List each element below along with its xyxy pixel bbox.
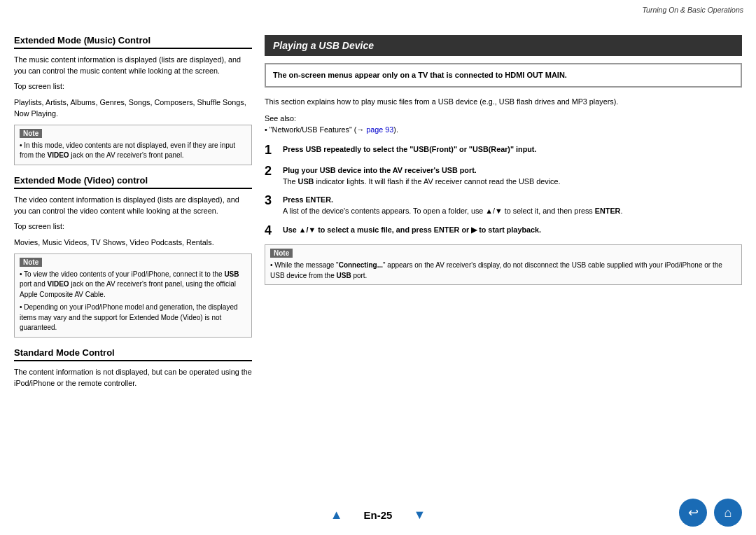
step-4-number: 4	[265, 224, 277, 238]
chapter-title: Turning On & Basic Operations	[642, 6, 743, 14]
section-extended-video-note: Note • To view the video contents of you…	[14, 253, 252, 338]
left-column: Extended Mode (Music) Control The music …	[14, 35, 252, 398]
step-1-content: Press USB repeatedly to select the "USB(…	[283, 144, 742, 155]
right-note-box: Note • While the message "Connecting..."…	[265, 244, 742, 285]
step-2-number: 2	[265, 165, 277, 179]
playing-usb-title: Playing a USB Device	[265, 35, 742, 56]
home-icon: ⌂	[724, 506, 732, 520]
section-extended-music-top-screen-items: Playlists, Artists, Albums, Genres, Song…	[14, 97, 252, 119]
section-extended-music-title: Extended Mode (Music) Control	[14, 35, 252, 49]
section-extended-music: Extended Mode (Music) Control The music …	[14, 35, 252, 165]
next-page-arrow[interactable]: ▼	[413, 508, 426, 522]
right-note-text: • While the message "Connecting..." appe…	[270, 260, 736, 281]
step-2-content: Plug your USB device into the AV receive…	[283, 165, 742, 187]
page-number: En-25	[364, 509, 393, 521]
note-label-2: Note	[20, 258, 42, 267]
step-3-content: Press ENTER. A list of the device's cont…	[283, 194, 742, 216]
section-extended-music-note: Note • In this mode, video contents are …	[14, 125, 252, 165]
hdmi-note-text: The on-screen menus appear only on a TV …	[273, 69, 734, 81]
step-1: 1 Press USB repeatedly to select the "US…	[265, 144, 742, 158]
step-4-content: Use ▲/▼ to select a music file, and pres…	[283, 224, 742, 235]
page-nav: ▲ En-25 ▼	[330, 508, 426, 522]
note-label-1: Note	[20, 129, 42, 138]
footer-buttons: ↩ ⌂	[679, 499, 742, 527]
see-also: See also: • "Network/USB Features" (→ pa…	[265, 113, 742, 135]
section-extended-video-top-screen-label: Top screen list:	[14, 221, 252, 232]
back-button[interactable]: ↩	[679, 499, 707, 527]
section-extended-video-body: The video content information is display…	[14, 194, 252, 216]
step-1-number: 1	[265, 144, 277, 158]
step-4-heading: Use ▲/▼ to select a music file, and pres…	[283, 225, 541, 234]
section-standard-mode: Standard Mode Control The content inform…	[14, 347, 252, 389]
step-3-detail: A list of the device's contents appears.…	[283, 207, 622, 215]
step-2-heading: Plug your USB device into the AV receive…	[283, 166, 477, 174]
section-standard-mode-title: Standard Mode Control	[14, 347, 252, 361]
prev-page-arrow[interactable]: ▲	[330, 508, 343, 522]
back-icon: ↩	[688, 505, 699, 520]
note-text-2b: • Depending on your iPod/iPhone model an…	[20, 303, 246, 333]
step-3-heading: Press ENTER.	[283, 195, 333, 204]
step-3: 3 Press ENTER. A list of the device's co…	[265, 194, 742, 216]
page-link[interactable]: page 93	[366, 125, 393, 134]
section-standard-mode-body: The content information is not displayed…	[14, 366, 252, 389]
step-2-detail: The USB indicator lights. It will flash …	[283, 177, 560, 186]
steps-list: 1 Press USB repeatedly to select the "US…	[265, 144, 742, 237]
note-text-1: • In this mode, video contents are not d…	[20, 141, 246, 161]
section-extended-video-title: Extended Mode (Video) control	[14, 175, 252, 189]
home-button[interactable]: ⌂	[714, 499, 742, 527]
section-extended-video-top-screen-items: Movies, Music Videos, TV Shows, Video Po…	[14, 237, 252, 248]
intro-text: This section explains how to play music …	[265, 96, 742, 107]
step-2: 2 Plug your USB device into the AV recei…	[265, 165, 742, 187]
step-3-number: 3	[265, 194, 277, 208]
right-note-label: Note	[270, 249, 293, 258]
right-column: Playing a USB Device The on-screen menus…	[265, 35, 742, 398]
section-extended-video: Extended Mode (Video) control The video …	[14, 175, 252, 338]
section-extended-music-top-screen-label: Top screen list:	[14, 81, 252, 92]
step-4: 4 Use ▲/▼ to select a music file, and pr…	[265, 224, 742, 238]
page-footer: ▲ En-25 ▼	[0, 508, 756, 522]
step-1-heading: Press USB repeatedly to select the "USB(…	[283, 145, 536, 153]
hdmi-note-box: The on-screen menus appear only on a TV …	[265, 63, 742, 88]
note-text-2a: • To view the video contents of your iPo…	[20, 270, 246, 300]
section-extended-music-body: The music content information is display…	[14, 54, 252, 76]
